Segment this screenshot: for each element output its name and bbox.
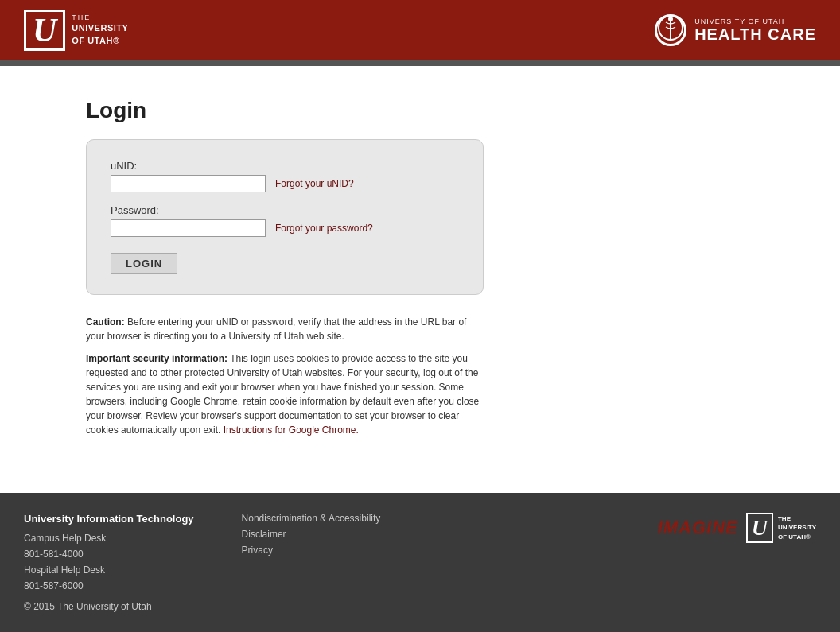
caution-text: Before entering your uNID or password, v… [86, 316, 466, 342]
site-footer: University Information Technology Campus… [0, 493, 840, 632]
uu-name-text: THE UNIVERSITY OF UTAH® [72, 13, 128, 47]
footer-campus-phone: 801-581-4000 [24, 549, 194, 560]
health-care-text: UNIVERSITY OF UTAH HEALTH CARE [694, 17, 816, 43]
header-stripe [0, 60, 840, 66]
security-paragraph: Important security information: This log… [86, 351, 484, 437]
login-box: uNID: Forgot your uNID? Password: Forgot… [86, 139, 484, 295]
uu-u-letter: U [24, 10, 65, 51]
caduceus-icon [655, 14, 686, 46]
security-text: This login uses cookies to provide acces… [86, 353, 479, 436]
password-label: Password: [111, 204, 459, 216]
caution-label: Caution: [86, 316, 125, 328]
footer-nondiscrimination-link[interactable]: Nondiscrimination & Accessibility [242, 513, 381, 524]
health-care-logo: UNIVERSITY OF UTAH HEALTH CARE [655, 14, 816, 46]
main-content: Login uNID: Forgot your uNID? Password: … [62, 66, 778, 493]
security-label: Important security information: [86, 353, 228, 364]
footer-logo-col: IMAGINE U THE UNIVERSITY OF UTAH® [658, 513, 816, 543]
footer-uit-title: University Information Technology [24, 513, 194, 525]
footer-uu-logo: U THE UNIVERSITY OF UTAH® [746, 513, 816, 543]
password-row: Forgot your password? [111, 219, 459, 237]
footer-disclaimer-link[interactable]: Disclaimer [242, 529, 381, 540]
unid-group: uNID: Forgot your uNID? [111, 160, 459, 192]
forgot-unid-link[interactable]: Forgot your uNID? [275, 178, 354, 189]
password-group: Password: Forgot your password? [111, 204, 459, 237]
caution-paragraph: Caution: Before entering your uNID or pa… [86, 315, 484, 343]
footer-hospital-phone: 801-587-6000 [24, 580, 194, 591]
page-title: Login [86, 98, 146, 123]
footer-uu-u-letter: U [746, 513, 773, 543]
unid-row: Forgot your uNID? [111, 175, 459, 192]
footer-hospital-help-label: Hospital Help Desk [24, 564, 194, 576]
imagine-text: IMAGINE [658, 518, 738, 538]
login-button[interactable]: LOGIN [111, 253, 177, 274]
svg-point-2 [668, 17, 673, 21]
security-section: Caution: Before entering your uNID or pa… [86, 315, 484, 445]
unid-input[interactable] [111, 175, 266, 192]
password-input[interactable] [111, 219, 266, 237]
footer-copyright: © 2015 The University of Utah [24, 601, 194, 612]
footer-privacy-link[interactable]: Privacy [242, 545, 381, 556]
footer-campus-help-label: Campus Help Desk [24, 533, 194, 544]
footer-col-2: Nondiscrimination & Accessibility Discla… [242, 513, 381, 556]
site-header: U THE UNIVERSITY OF UTAH® UNIVERSITY OF … [0, 0, 840, 60]
footer-col-1: University Information Technology Campus… [24, 513, 194, 612]
unid-label: uNID: [111, 160, 459, 172]
footer-uu-name-text: THE UNIVERSITY OF UTAH® [778, 514, 816, 541]
chrome-instructions-link[interactable]: Instructions for Google Chrome. [224, 425, 359, 436]
uu-logo-left: U THE UNIVERSITY OF UTAH® [24, 10, 128, 51]
forgot-password-link[interactable]: Forgot your password? [275, 223, 373, 234]
